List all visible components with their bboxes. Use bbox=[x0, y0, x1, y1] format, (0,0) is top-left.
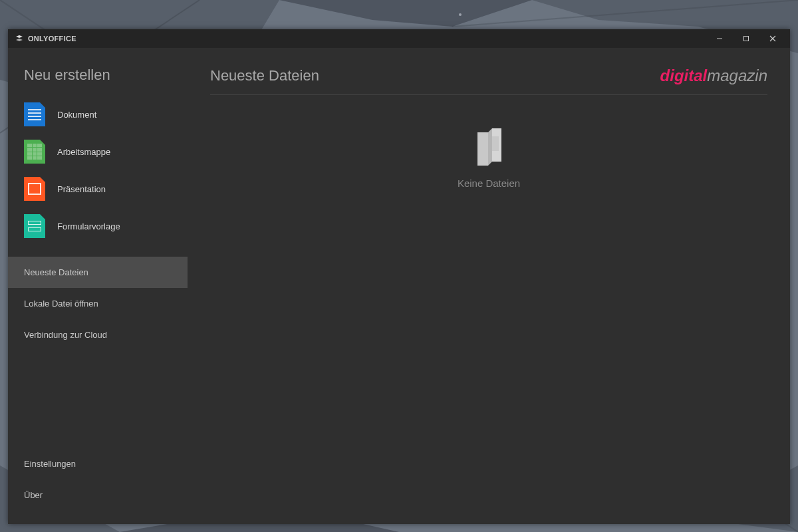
sidebar-item-settings[interactable]: Einstellungen bbox=[8, 448, 188, 479]
app-name: ONLYOFFICE bbox=[28, 35, 76, 43]
svg-marker-20 bbox=[492, 136, 499, 151]
empty-state-text: Keine Dateien bbox=[458, 178, 520, 189]
spreadsheet-icon bbox=[24, 140, 45, 164]
close-button[interactable] bbox=[759, 29, 786, 48]
create-item-label: Präsentation bbox=[57, 184, 106, 194]
sidebar-item-open-local[interactable]: Lokale Datei öffnen bbox=[8, 288, 188, 319]
titlebar[interactable]: ONLYOFFICE bbox=[8, 29, 790, 48]
main-panel: Neueste Dateien digitalmagazin Keine Dat… bbox=[188, 48, 790, 524]
nav-label: Verbindung zur Cloud bbox=[24, 330, 107, 340]
sidebar-item-recent-files[interactable]: Neueste Dateien bbox=[8, 257, 188, 288]
nav-label: Über bbox=[24, 490, 43, 500]
nav-label: Lokale Datei öffnen bbox=[24, 299, 98, 309]
maximize-button[interactable] bbox=[733, 29, 759, 48]
brand-watermark: digitalmagazin bbox=[660, 66, 767, 85]
nav-label: Neueste Dateien bbox=[24, 267, 88, 277]
create-form-button[interactable]: Formularvorlage bbox=[8, 207, 188, 245]
presentation-icon bbox=[24, 177, 45, 201]
svg-marker-12 bbox=[16, 39, 23, 41]
sidebar: Neu erstellen Dokument Arbeitsmappe Präs… bbox=[8, 48, 188, 524]
create-document-button[interactable]: Dokument bbox=[8, 96, 188, 133]
svg-marker-11 bbox=[16, 35, 23, 38]
app-window: ONLYOFFICE Neu erstellen Dokument bbox=[8, 29, 790, 524]
sidebar-item-about[interactable]: Über bbox=[8, 479, 188, 511]
sidebar-nav: Neueste Dateien Lokale Datei öffnen Verb… bbox=[8, 257, 188, 350]
create-item-label: Formularvorlage bbox=[57, 221, 120, 231]
svg-point-10 bbox=[459, 13, 462, 16]
content-area: Neu erstellen Dokument Arbeitsmappe Präs… bbox=[8, 48, 790, 524]
svg-marker-17 bbox=[477, 132, 488, 166]
brand-part1: digital bbox=[660, 66, 708, 84]
form-template-icon bbox=[24, 214, 45, 238]
empty-state: Keine Dateien bbox=[210, 128, 767, 189]
create-item-label: Dokument bbox=[57, 110, 96, 120]
sidebar-item-cloud-connect[interactable]: Verbindung zur Cloud bbox=[8, 319, 188, 350]
document-icon bbox=[24, 102, 45, 126]
empty-folder-icon bbox=[472, 128, 505, 168]
nav-label: Einstellungen bbox=[24, 459, 76, 469]
sidebar-bottom: Einstellungen Über bbox=[8, 448, 188, 524]
svg-rect-14 bbox=[744, 37, 749, 41]
create-item-label: Arbeitsmappe bbox=[57, 147, 110, 157]
create-spreadsheet-button[interactable]: Arbeitsmappe bbox=[8, 133, 188, 170]
brand-part2: magazin bbox=[707, 66, 767, 84]
app-logo-icon bbox=[15, 34, 24, 43]
sidebar-create-title: Neu erstellen bbox=[8, 66, 188, 96]
svg-marker-18 bbox=[488, 128, 492, 166]
main-title: Neueste Dateien bbox=[210, 67, 319, 84]
minimize-button[interactable] bbox=[706, 29, 733, 48]
main-header: Neueste Dateien digitalmagazin bbox=[210, 66, 767, 95]
create-presentation-button[interactable]: Präsentation bbox=[8, 170, 188, 207]
